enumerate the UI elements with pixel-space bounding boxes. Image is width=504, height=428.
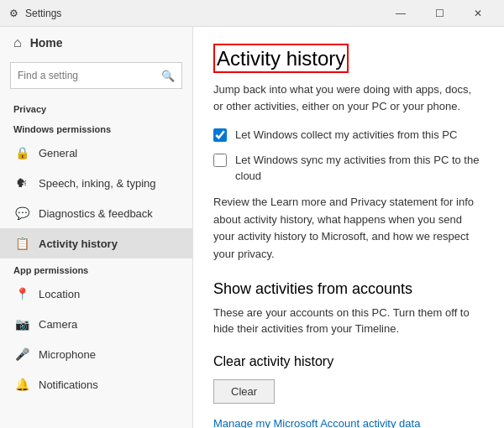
checkbox-row-1: Let Windows collect my activities from t…	[213, 128, 484, 143]
maximize-button[interactable]: ☐	[420, 0, 459, 27]
titlebar-title: Settings	[25, 8, 381, 19]
sidebar-item-activity[interactable]: 📋 Activity history	[0, 228, 192, 258]
microphone-icon: 🎤	[13, 346, 30, 363]
search-input[interactable]	[18, 70, 161, 81]
sidebar-item-diagnostics-label: Diagnostics & feedback	[39, 207, 153, 220]
sidebar-item-activity-label: Activity history	[39, 237, 118, 250]
close-button[interactable]: ✕	[459, 0, 497, 27]
settings-icon: ⚙	[7, 7, 20, 20]
sidebar-item-general-label: General	[39, 147, 77, 159]
window-controls: — ☐ ✕	[381, 0, 497, 27]
show-accounts-heading: Show activities from accounts	[213, 280, 484, 298]
lock-icon: 🔒	[13, 144, 30, 161]
sidebar-item-speech-label: Speech, inking, & typing	[39, 177, 155, 190]
home-icon: ⌂	[13, 35, 22, 50]
sidebar-item-general[interactable]: 🔒 General	[0, 138, 192, 168]
main-container: ⌂ Home 🔍 Privacy Windows permissions 🔒 G…	[0, 27, 504, 428]
sync-activities-label: Let Windows sync my activities from this…	[235, 153, 484, 183]
collect-activities-label: Let Windows collect my activities from t…	[235, 128, 457, 143]
clear-button[interactable]: Clear	[213, 379, 275, 404]
speech-icon: 🗣	[13, 175, 30, 191]
page-description: Jump back into what you were doing with …	[213, 81, 484, 114]
page-title: Activity history	[213, 44, 349, 73]
titlebar: ⚙ Settings — ☐ ✕	[0, 0, 504, 27]
sidebar-item-microphone-label: Microphone	[39, 348, 96, 361]
content-area: Activity history Jump back into what you…	[193, 27, 504, 428]
sidebar-item-microphone[interactable]: 🎤 Microphone	[0, 339, 192, 369]
sidebar-item-location[interactable]: 📍 Location	[0, 279, 192, 309]
sidebar-item-notifications-label: Notifications	[39, 378, 98, 391]
sidebar: ⌂ Home 🔍 Privacy Windows permissions 🔒 G…	[0, 27, 193, 428]
privacy-section-title: Privacy	[0, 97, 192, 117]
review-text: Review the Learn more and Privacy statem…	[213, 194, 484, 264]
collect-activities-checkbox[interactable]	[213, 128, 227, 142]
sidebar-home[interactable]: ⌂ Home	[0, 27, 192, 59]
checkbox-row-2: Let Windows sync my activities from this…	[213, 153, 484, 183]
sidebar-item-notifications[interactable]: 🔔 Notifications	[0, 369, 192, 399]
search-icon: 🔍	[161, 70, 175, 82]
home-label: Home	[30, 36, 63, 50]
sidebar-item-camera-label: Camera	[39, 318, 77, 331]
notifications-icon: 🔔	[13, 376, 30, 393]
location-icon: 📍	[13, 285, 30, 302]
diagnostics-icon: 💬	[13, 205, 30, 222]
camera-icon: 📷	[13, 316, 30, 332]
sidebar-item-diagnostics[interactable]: 💬 Diagnostics & feedback	[0, 198, 192, 228]
activity-icon: 📋	[13, 235, 30, 252]
search-box[interactable]: 🔍	[10, 62, 182, 89]
sync-activities-checkbox[interactable]	[213, 154, 227, 167]
clear-heading: Clear activity history	[213, 354, 484, 369]
sidebar-item-speech[interactable]: 🗣 Speech, inking, & typing	[0, 168, 192, 198]
sidebar-item-location-label: Location	[39, 288, 80, 300]
sidebar-item-camera[interactable]: 📷 Camera	[0, 309, 192, 339]
windows-permissions-section-title: Windows permissions	[0, 117, 192, 138]
show-accounts-desc: These are your accounts on this PC. Turn…	[213, 305, 484, 337]
manage-account-link[interactable]: Manage my Microsoft Account activity dat…	[213, 417, 420, 428]
app-permissions-section-title: App permissions	[0, 258, 192, 279]
minimize-button[interactable]: —	[381, 0, 420, 27]
